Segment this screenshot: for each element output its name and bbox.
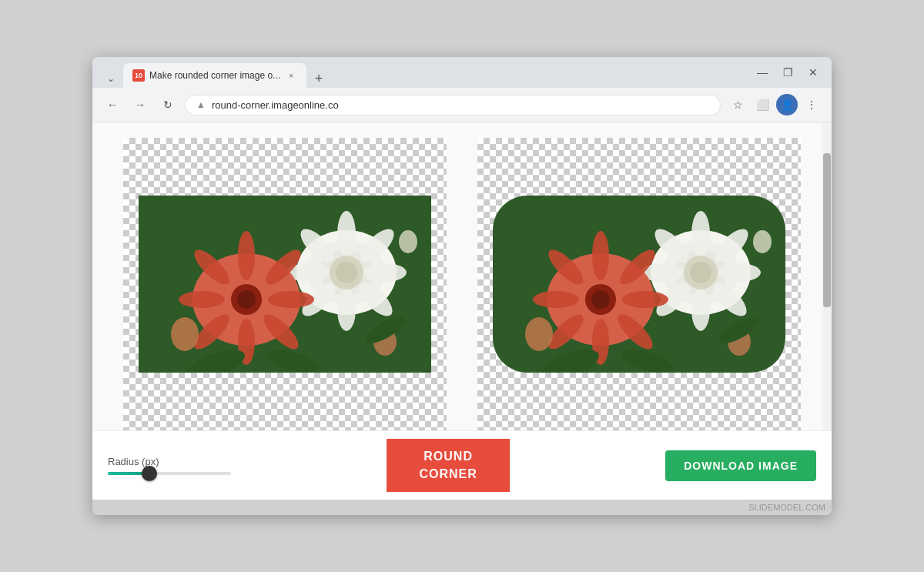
svg-point-26 [171,317,199,351]
browser-window: ⌄ 10 Make rounded corner image o... × + … [92,57,832,515]
address-bar: ← → ↻ ▲ round-corner.imageonline.co ☆ ⬜ … [92,88,832,122]
restore-button[interactable]: ❐ [778,65,798,80]
profile-icon[interactable]: 👤 [776,94,798,115]
radius-control: Radius (px) [108,456,231,475]
svg-point-25 [237,290,256,309]
rounded-image-panel [477,138,801,430]
rounded-flower-image [493,196,785,373]
slidemodel-credit: SLIDEMODEL.COM [92,500,832,515]
svg-point-49 [622,291,668,308]
original-image-panel [123,138,447,430]
svg-point-38 [718,263,761,282]
tab-title: Make rounded corner image o... [149,70,280,81]
svg-point-47 [592,231,609,280]
original-checker-bg [123,138,447,430]
radius-label: Radius (px) [108,456,231,467]
address-security-icon: ▲ [196,99,206,110]
svg-point-59 [753,230,772,253]
radius-slider-track[interactable] [108,472,231,475]
svg-point-45 [690,262,711,283]
address-input[interactable]: ▲ round-corner.imageonline.co [185,95,721,115]
original-flower-image [139,196,431,373]
svg-point-56 [591,290,610,309]
bookmark-icon[interactable]: ☆ [727,94,748,115]
images-container [108,138,816,430]
svg-point-28 [399,230,417,253]
svg-point-14 [336,262,357,283]
slider-thumb[interactable] [142,466,157,481]
scrollbar[interactable] [822,122,832,430]
title-bar: ⌄ 10 Make rounded corner image o... × + … [92,57,832,88]
svg-point-57 [525,317,553,351]
address-url-text: round-corner.imageonline.co [212,99,709,111]
new-tab-button[interactable]: + [310,69,328,88]
active-tab[interactable]: 10 Make rounded corner image o... × [123,63,306,88]
tab-favicon: 10 [132,69,145,82]
more-options-icon[interactable]: ⋮ [801,94,822,115]
svg-point-5 [337,211,356,257]
tab-close-btn[interactable]: × [285,69,297,82]
svg-point-9 [337,288,356,331]
download-button[interactable]: DOWNLOAD IMAGE [665,450,816,481]
controls-row: Radius (px) ROUND CORNER DOWNLOAD IMAGE [92,430,832,500]
slider-fill [108,472,146,475]
scrollbar-thumb[interactable] [823,153,831,307]
toolbar-icons: ☆ ⬜ 👤 ⋮ [727,94,822,115]
refresh-button[interactable]: ↻ [157,94,179,115]
svg-point-40 [691,288,710,331]
svg-point-22 [179,291,225,308]
rounded-checker-bg [477,138,801,430]
tab-bar: ⌄ 10 Make rounded corner image o... × + [102,63,746,88]
tab-chevron-btn[interactable]: ⌄ [102,69,120,88]
svg-point-18 [268,291,314,308]
forward-button[interactable]: → [129,94,151,115]
svg-point-16 [238,231,255,280]
svg-point-7 [363,263,407,282]
round-corner-button[interactable]: ROUND CORNER [387,439,510,492]
svg-point-36 [691,211,710,257]
back-button[interactable]: ← [102,94,123,115]
page-content: Radius (px) ROUND CORNER DOWNLOAD IMAGE [92,122,832,500]
svg-point-53 [533,291,579,308]
close-button[interactable]: ✕ [804,65,822,80]
window-controls: — ❐ ✕ [752,65,822,86]
extensions-icon[interactable]: ⬜ [752,94,773,115]
minimize-button[interactable]: — [752,65,772,80]
slider-container [108,472,231,475]
